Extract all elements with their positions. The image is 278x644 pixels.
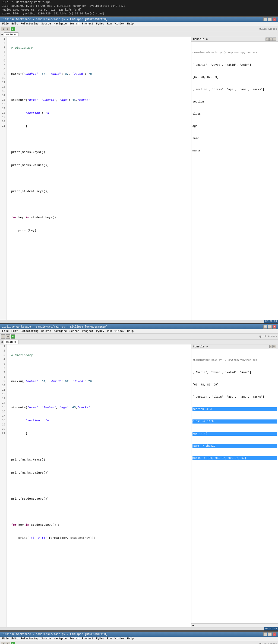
menu-run[interactable]: Run (106, 22, 113, 26)
console-line-1: ['Shahid', 'Javed', 'Wahid', 'Amir'] (192, 63, 277, 67)
menu2-pydev[interactable]: PyDev (95, 329, 105, 333)
close-btn-3[interactable]: ✕ (273, 632, 276, 636)
ide-panel-1: LiClipse Workspace - sample/src/main.py … (0, 16, 278, 323)
console2-btn-2[interactable]: □ (273, 345, 276, 348)
panel2-title: LiClipse Workspace - sample/src/main.py … (2, 325, 108, 328)
console-btn-2[interactable]: □ (269, 38, 273, 41)
menu-source[interactable]: Source (40, 22, 52, 26)
console-btn-3[interactable]: – (273, 38, 276, 41)
menu3-help[interactable]: Help (126, 637, 135, 640)
menu2-navigate[interactable]: Navigate (53, 329, 68, 333)
menu-refactoring[interactable]: Refactoring (20, 22, 40, 26)
console2-selected-1: section -> A (192, 407, 277, 411)
file-header-line3: Audio: aac, 48000 Hz, stereo, s16, 128 k… (2, 8, 276, 12)
maximize-btn-3[interactable]: □ (268, 632, 272, 636)
toolbar-btn-1[interactable]: ◁ (1, 27, 5, 31)
menu-edit[interactable]: Edit (10, 22, 19, 26)
console2-line-3: ['section', 'class', 'age', 'name', 'mar… (192, 395, 277, 399)
menu-file[interactable]: File (1, 22, 10, 26)
toolbar-run[interactable]: ▶ (11, 27, 15, 31)
close-btn[interactable]: ✕ (273, 17, 276, 21)
minimize-btn[interactable]: ─ (263, 17, 267, 21)
minimize-btn-3[interactable]: ─ (263, 632, 267, 636)
panel1-editor-tab[interactable]: main ⊗ (4, 32, 18, 36)
panel1-toolbar: ◁ ▷ ▶ Quick Access (0, 26, 278, 32)
menu3-pydev[interactable]: PyDev (95, 637, 105, 640)
console-label: Console ⊗ (193, 38, 208, 41)
panel1-editor: 123 456 789 101112 131415 161718 192021 … (0, 37, 191, 323)
menu3-edit[interactable]: Edit (10, 637, 19, 640)
toolbar3-btn-2[interactable]: ▷ (6, 642, 10, 644)
menu2-edit[interactable]: Edit (10, 329, 19, 333)
toolbar2-btn-2[interactable]: ▷ (6, 334, 10, 339)
menu2-refactoring[interactable]: Refactoring (20, 329, 40, 333)
panel1-code-lines[interactable]: # Dictionary marks={'Shahid': 67, 'Wahid… (7, 37, 191, 320)
menu-search[interactable]: Search (68, 22, 80, 26)
panel1-code-area: 123 456 789 101112 131415 161718 192021 … (0, 37, 191, 320)
close-btn-2[interactable]: ✕ (273, 325, 276, 329)
menu2-run[interactable]: Run (106, 329, 113, 333)
menu-window[interactable]: Window (113, 22, 125, 26)
panel2-code-lines[interactable]: # Dictionary marks={'Shahid': 67, 'Wahid… (7, 344, 191, 627)
toolbar-btn-2[interactable]: ▷ (6, 27, 10, 31)
panel2-editor-tab[interactable]: main ⊗ (4, 340, 18, 344)
quick-access-2: Quick Access (259, 335, 277, 338)
menu3-source[interactable]: Source (40, 637, 52, 640)
panel2-tab-indicator: ⊞ (1, 340, 3, 344)
panel2-console-content: <terminated> main.py [E:\Python27\python… (191, 349, 278, 623)
panel1-body: 123 456 789 101112 131415 161718 192021 … (0, 37, 278, 323)
maximize-btn-2[interactable]: □ (268, 325, 272, 329)
panel2-timestamp: 00:01:38 (264, 627, 278, 630)
toolbar3-run[interactable]: ▶ (11, 642, 15, 644)
menu2-search[interactable]: Search (68, 329, 80, 333)
menu-help[interactable]: Help (126, 22, 135, 26)
console-line-3: ['section', 'class', 'age', 'name', 'mar… (192, 88, 277, 92)
panel1-scrollbar-h[interactable] (0, 320, 191, 323)
toolbar2-btn-1[interactable]: ◁ (1, 334, 5, 339)
console2-cursor: ▶ (191, 623, 278, 627)
panel1-console-content: <terminated> main.py [E:\Python27\python… (191, 42, 278, 320)
panel2-code-area: 123 456 789 101112 131415 161718 192021 … (0, 344, 191, 627)
console-btn-1[interactable]: ✕ (266, 38, 269, 41)
menu-pydev[interactable]: PyDev (95, 22, 105, 26)
menu3-project[interactable]: Project (81, 637, 94, 640)
toolbar2-run[interactable]: ▶ (11, 334, 15, 339)
menu2-source[interactable]: Source (40, 329, 52, 333)
panel2-menubar: File Edit Refactoring Source Navigate Se… (0, 329, 278, 334)
panel1-timestamp: 00:00:00 (264, 320, 278, 323)
panel2-scrollbar-h[interactable] (0, 627, 191, 630)
panel3-titlebar: LiClipse Workspace - sample/src/main.py … (0, 632, 278, 637)
console2-btn-1[interactable]: ✕ (269, 345, 273, 348)
quick-access: Quick Access (259, 28, 277, 30)
console2-path: <terminated> main.py [E:\Python27\python… (192, 358, 277, 362)
file-header-line1: File: 2. Dictionary Part 2.mp4 (2, 1, 276, 4)
console-line-2: [67, 78, 87, 69] (192, 75, 277, 79)
menu-project[interactable]: Project (81, 22, 94, 26)
menu3-window[interactable]: Window (113, 637, 125, 640)
panel2-toolbar: ◁ ▷ ▶ Quick Access (0, 334, 278, 340)
minimize-btn-2[interactable]: ─ (263, 325, 267, 329)
console-line-7: name (192, 136, 277, 141)
console2-line-2: [67, 78, 87, 69] (192, 383, 277, 387)
menu3-navigate[interactable]: Navigate (53, 637, 68, 640)
file-header-line4: Video: h264, yuv420p, 1280x720, 151 kb/s… (2, 12, 276, 16)
menu2-window[interactable]: Window (113, 329, 125, 333)
menu2-file[interactable]: File (1, 329, 10, 333)
menu3-search[interactable]: Search (68, 637, 80, 640)
menu3-run[interactable]: Run (106, 637, 113, 640)
menu-navigate[interactable]: Navigate (53, 22, 68, 26)
panel2-editor: 123 456 789 101112 131415 161718 192021 … (0, 344, 191, 630)
console-path-1: <terminated> main.py [E:\Python27\python… (192, 51, 277, 55)
toolbar3-btn-1[interactable]: ◁ (1, 642, 5, 644)
quick-access-3: Quick Access (259, 643, 277, 644)
ide-panel-2: LiClipse Workspace - sample/src/main.py … (0, 324, 278, 630)
menu2-project[interactable]: Project (81, 329, 94, 333)
menu2-help[interactable]: Help (126, 329, 135, 333)
menu3-file[interactable]: File (1, 637, 10, 640)
console-label-2: Console ⊗ (193, 345, 208, 348)
panel1-console-tab: Console ⊗ ✕ □ – (191, 37, 278, 42)
maximize-btn[interactable]: □ (268, 17, 272, 21)
panel2-line-numbers: 123 456 789 101112 131415 161718 192021 (0, 344, 7, 627)
menu3-refactoring[interactable]: Refactoring (20, 637, 40, 640)
cursor-indicator: ▶ (192, 624, 194, 627)
